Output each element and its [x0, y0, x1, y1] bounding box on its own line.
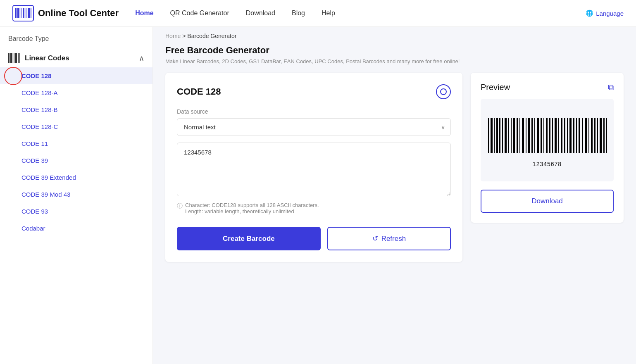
- preview-panel: Preview ⧉: [471, 73, 624, 223]
- svg-rect-31: [537, 118, 539, 153]
- svg-rect-26: [522, 118, 524, 153]
- svg-rect-40: [564, 118, 565, 153]
- sidebar-item-code93[interactable]: CODE 93: [0, 203, 152, 220]
- svg-rect-54: [606, 118, 607, 153]
- settings-circle-icon: [440, 88, 447, 95]
- data-source-label: Data source: [177, 108, 451, 115]
- svg-rect-19: [502, 118, 503, 153]
- svg-rect-44: [576, 118, 577, 153]
- linear-codes-header[interactable]: Linear Codes ∧: [0, 49, 152, 67]
- linear-codes-label: Linear Codes: [25, 54, 69, 62]
- svg-rect-47: [585, 118, 587, 153]
- barcode-display: 12345678: [481, 99, 614, 181]
- data-source-select-wrapper: Normal text Hexadecimal Base64 ∨: [177, 118, 451, 136]
- svg-rect-7: [31, 8, 31, 18]
- nav-home[interactable]: Home: [135, 10, 153, 17]
- page-title: Free Barcode Generator: [165, 45, 624, 56]
- sidebar-item-code128b[interactable]: CODE 128-B: [0, 101, 152, 118]
- refresh-button[interactable]: ↺ Refresh: [327, 227, 451, 250]
- svg-rect-50: [594, 118, 596, 153]
- svg-rect-4: [23, 8, 24, 18]
- svg-rect-3: [21, 8, 21, 18]
- download-button[interactable]: Download: [481, 190, 614, 213]
- barcode-section-icon: [8, 53, 20, 63]
- linear-codes-header-left: Linear Codes: [8, 53, 69, 63]
- refresh-icon: ↺: [372, 234, 378, 243]
- content-wrapper: Free Barcode Generator Make Linear Barco…: [153, 45, 636, 274]
- nav-blog[interactable]: Blog: [292, 10, 305, 17]
- char-info-text: Character: CODE128 supports all 128 ASCI…: [185, 202, 319, 214]
- svg-rect-34: [546, 118, 548, 153]
- svg-rect-39: [561, 118, 562, 153]
- svg-rect-17: [496, 118, 498, 153]
- svg-rect-23: [513, 118, 515, 153]
- language-label: Language: [596, 10, 624, 17]
- svg-rect-20: [505, 118, 507, 153]
- svg-rect-45: [579, 118, 580, 153]
- panels: CODE 128 Data source Normal text Hexadec…: [165, 73, 624, 262]
- sidebar-item-code128a[interactable]: CODE 128-A: [0, 84, 152, 101]
- main-content: Home > Barcode Generator Free Barcode Ge…: [153, 27, 636, 364]
- svg-rect-42: [569, 118, 572, 153]
- logo-text: Online Tool Center: [38, 8, 119, 19]
- svg-rect-27: [526, 118, 526, 153]
- sidebar-item-code39mod43[interactable]: CODE 39 Mod 43: [0, 186, 152, 203]
- data-source-select[interactable]: Normal text Hexadecimal Base64: [177, 118, 451, 136]
- sidebar-item-code11[interactable]: CODE 11: [0, 135, 152, 152]
- create-barcode-button[interactable]: Create Barcode: [177, 227, 321, 250]
- info-icon: ⓘ: [177, 202, 183, 210]
- main-nav: Home QR Code Generator Download Blog Hel…: [135, 10, 586, 17]
- svg-rect-46: [582, 118, 583, 153]
- svg-rect-5: [26, 8, 26, 18]
- svg-rect-35: [549, 118, 550, 153]
- svg-rect-16: [494, 118, 495, 153]
- svg-rect-43: [573, 118, 574, 153]
- svg-rect-49: [591, 118, 593, 153]
- svg-rect-15: [491, 118, 493, 153]
- svg-rect-28: [528, 118, 530, 153]
- generator-panel: CODE 128 Data source Normal text Hexadec…: [165, 73, 462, 262]
- sidebar-item-code128[interactable]: CODE 128: [0, 67, 152, 84]
- svg-rect-9: [10, 53, 12, 63]
- svg-rect-18: [499, 118, 500, 153]
- logo-icon: [12, 5, 34, 21]
- svg-rect-29: [531, 118, 533, 153]
- copy-icon[interactable]: ⧉: [608, 83, 614, 92]
- nav-help[interactable]: Help: [322, 10, 335, 17]
- breadcrumb-home[interactable]: Home: [165, 33, 181, 39]
- svg-rect-33: [543, 118, 544, 153]
- breadcrumb-separator: >: [182, 33, 187, 39]
- sidebar-section-linear: Linear Codes ∧ CODE 128 CODE 128-A CODE …: [0, 49, 152, 237]
- chevron-up-icon: ∧: [139, 54, 144, 63]
- sidebar-item-code39extended[interactable]: CODE 39 Extended: [0, 169, 152, 186]
- preview-title: Preview: [481, 83, 510, 92]
- svg-rect-37: [555, 118, 557, 153]
- svg-rect-24: [517, 118, 518, 153]
- svg-rect-13: [19, 53, 20, 63]
- svg-rect-22: [511, 118, 512, 153]
- svg-rect-2: [17, 8, 19, 18]
- nav-download[interactable]: Download: [246, 10, 275, 17]
- svg-rect-38: [558, 118, 559, 153]
- svg-rect-52: [600, 118, 602, 153]
- sidebar-item-codabar[interactable]: Codabar: [0, 220, 152, 237]
- svg-rect-36: [552, 118, 553, 153]
- breadcrumb: Home > Barcode Generator: [153, 27, 636, 45]
- svg-rect-41: [567, 118, 568, 153]
- breadcrumb-current: Barcode Generator: [187, 33, 236, 39]
- language-selector[interactable]: 🌐 Language: [586, 10, 624, 17]
- char-info: ⓘ Character: CODE128 supports all 128 AS…: [177, 202, 451, 214]
- nav-qr-code[interactable]: QR Code Generator: [170, 10, 229, 17]
- svg-rect-11: [15, 53, 17, 63]
- svg-rect-53: [603, 118, 605, 153]
- svg-rect-14: [488, 118, 489, 153]
- svg-rect-25: [519, 118, 520, 153]
- svg-rect-12: [18, 53, 19, 63]
- preview-header: Preview ⧉: [481, 83, 614, 92]
- barcode-text-input[interactable]: 12345678: [177, 143, 451, 196]
- settings-icon-button[interactable]: [436, 84, 451, 99]
- svg-rect-6: [28, 8, 30, 18]
- svg-rect-32: [541, 118, 542, 153]
- sidebar-item-code39[interactable]: CODE 39: [0, 152, 152, 169]
- sidebar-item-code128c[interactable]: CODE 128-C: [0, 118, 152, 135]
